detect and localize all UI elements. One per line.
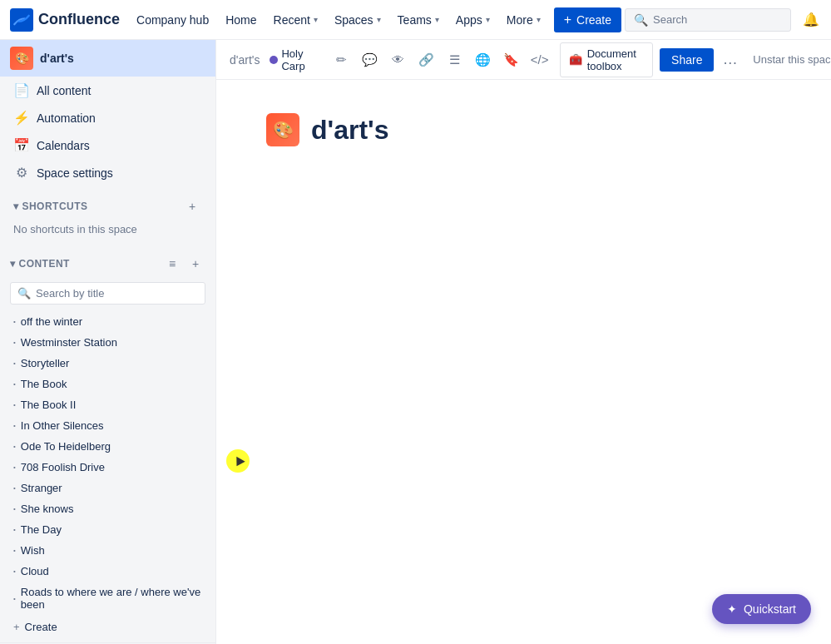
list-item[interactable]: •Storyteller: [3, 353, 212, 374]
status-text: Holy Carp: [281, 47, 304, 72]
content-title: ▾ Content: [10, 258, 70, 270]
content-section: ▾ Content ≡ + 🔍 •off the winter •Westmin…: [0, 245, 215, 642]
sidebar-item-calendars[interactable]: 📅 Calendars: [0, 131, 215, 159]
quickstart-icon: ✦: [727, 602, 737, 616]
sidebar-item-space-settings[interactable]: ⚙ Space settings: [0, 159, 215, 186]
shortcuts-section-header[interactable]: ▾ Shortcuts +: [10, 193, 205, 220]
chevron-down-icon: ▾: [486, 15, 490, 24]
svg-rect-0: [10, 8, 33, 32]
chevron-down-icon: ▾: [314, 15, 318, 24]
list-button[interactable]: ☰: [442, 47, 468, 73]
space-name: d'art's: [40, 52, 74, 65]
comment-button[interactable]: 💬: [357, 47, 383, 73]
bullet-icon: •: [13, 401, 16, 409]
top-navigation: Confluence Company hub Home Recent ▾ Spa…: [0, 0, 831, 40]
all-content-icon: 📄: [13, 82, 30, 98]
watch-button[interactable]: 👁: [385, 47, 412, 73]
space-icon: 🎨: [10, 47, 33, 70]
status-badge: Holy Carp: [270, 47, 304, 72]
plus-icon: +: [564, 12, 571, 27]
main-layout: 🎨 d'art's 📄 All content ⚡ Automation 📅 C…: [0, 40, 831, 644]
global-search[interactable]: 🔍 Search: [625, 8, 791, 32]
search-icon: 🔍: [634, 13, 648, 27]
code-button[interactable]: </>: [527, 47, 553, 73]
status-dot-icon: [270, 56, 278, 64]
more-options-button[interactable]: …: [720, 47, 739, 73]
chevron-down-icon: ▾: [10, 258, 15, 270]
list-item[interactable]: •Stranger: [3, 478, 212, 498]
content-section-header[interactable]: ▾ Content ≡ +: [0, 249, 215, 279]
nav-more[interactable]: More ▾: [500, 8, 547, 32]
list-item[interactable]: •Westminster Station: [3, 332, 212, 353]
search-area: 🔍 Search 🔔 ? ⚙ KR: [625, 7, 831, 33]
chevron-down-icon: ▾: [13, 201, 18, 212]
nav-recent[interactable]: Recent ▾: [267, 8, 324, 32]
share-button[interactable]: Share: [660, 48, 714, 72]
nav-spaces[interactable]: Spaces ▾: [328, 8, 388, 32]
bullet-icon: •: [13, 422, 16, 429]
search-title-input[interactable]: [36, 287, 198, 300]
shortcuts-title: ▾ Shortcuts: [13, 201, 87, 212]
chevron-down-icon: ▾: [435, 15, 439, 24]
list-item[interactable]: •She knows: [3, 498, 212, 519]
bullet-icon: •: [13, 595, 16, 602]
add-shortcut-button[interactable]: +: [182, 196, 202, 216]
list-item[interactable]: •Cloud: [3, 561, 212, 582]
bullet-icon: •: [13, 484, 16, 492]
list-item[interactable]: •The Book: [3, 374, 212, 394]
shortcuts-section: ▾ Shortcuts + No shortcuts in this space: [0, 186, 215, 245]
sidebar: 🎨 d'art's 📄 All content ⚡ Automation 📅 C…: [0, 40, 216, 644]
create-page-button[interactable]: + Create: [0, 615, 215, 639]
edit-button[interactable]: ✏: [329, 47, 355, 73]
bookmark-button[interactable]: 🔖: [498, 47, 525, 73]
list-item[interactable]: •The Book II: [3, 394, 212, 415]
sidebar-item-automation[interactable]: ⚡ Automation: [0, 104, 215, 131]
document-toolbox-button[interactable]: 🧰 Document toolbox: [560, 42, 653, 77]
list-item[interactable]: •Wish: [3, 540, 212, 561]
plus-icon: +: [13, 621, 20, 633]
toolbar-right: 🧰 Document toolbox Share … Unstar this s…: [560, 42, 831, 77]
nav-company-hub[interactable]: Company hub: [130, 8, 215, 32]
nav-apps[interactable]: Apps ▾: [449, 8, 497, 32]
content-toolbar: d'art's Holy Carp ✏ 💬 👁 🔗 ☰ 🌐 🔖 </> 🧰 Do…: [216, 40, 831, 80]
bullet-icon: •: [13, 567, 16, 575]
quickstart-button[interactable]: ✦ Quickstart: [712, 594, 811, 624]
list-item[interactable]: •In Other Silences: [3, 415, 212, 436]
settings-icon: ⚙: [13, 165, 30, 181]
nav-home[interactable]: Home: [219, 8, 263, 32]
bullet-icon: •: [13, 526, 16, 533]
sidebar-space-header[interactable]: 🎨 d'art's: [0, 40, 215, 77]
sidebar-item-all-content[interactable]: 📄 All content: [0, 77, 215, 104]
bullet-icon: •: [13, 547, 16, 554]
breadcrumb: d'art's: [230, 53, 260, 67]
chevron-down-icon: ▾: [537, 15, 541, 24]
add-content-button[interactable]: +: [185, 254, 205, 274]
search-icon: 🔍: [17, 287, 31, 300]
help-button[interactable]: ?: [828, 7, 831, 33]
toolbar-action-icons: ✏ 💬 👁 🔗 ☰ 🌐 🔖 </>: [329, 47, 553, 73]
bullet-icon: •: [13, 339, 16, 346]
bullet-icon: •: [13, 380, 16, 388]
unstar-button[interactable]: Unstar this space: [746, 49, 831, 70]
create-button[interactable]: + Create: [554, 7, 621, 32]
calendars-icon: 📅: [13, 137, 30, 153]
list-item[interactable]: •Ode To Heidelberg: [3, 436, 212, 457]
notifications-button[interactable]: 🔔: [798, 7, 824, 33]
confluence-logo[interactable]: Confluence: [10, 8, 120, 32]
sort-content-button[interactable]: ≡: [162, 254, 182, 274]
list-item[interactable]: •The Day: [3, 519, 212, 540]
nav-teams[interactable]: Teams ▾: [391, 8, 446, 32]
content-area: d'art's Holy Carp ✏ 💬 👁 🔗 ☰ 🌐 🔖 </> 🧰 Do…: [216, 40, 831, 644]
list-item[interactable]: •708 Foolish Drive: [3, 457, 212, 478]
link-button[interactable]: 🔗: [413, 47, 440, 73]
list-item[interactable]: •Roads to where we are / where we've bee…: [3, 582, 212, 615]
bullet-icon: •: [13, 359, 16, 367]
toolbox-icon: 🧰: [569, 53, 582, 66]
list-item[interactable]: •off the winter: [3, 311, 212, 332]
shortcuts-actions: +: [182, 196, 202, 216]
page-header: 🎨 d'art's: [266, 113, 781, 146]
bullet-icon: •: [13, 443, 16, 450]
page-title: d'art's: [311, 115, 388, 146]
search-by-title-field[interactable]: 🔍: [10, 282, 205, 305]
globe-button[interactable]: 🌐: [470, 47, 497, 73]
